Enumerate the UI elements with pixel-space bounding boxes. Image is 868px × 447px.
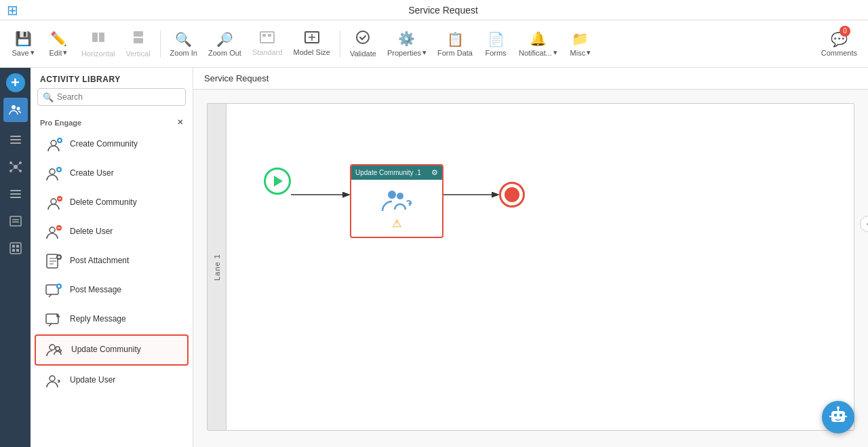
svg-point-10 [16,107,20,111]
activity-item-delete-user[interactable]: Delete User [35,218,189,246]
delete-user-label: Delete User [70,227,113,237]
activity-node-header: Update Community .1 ⚙ [351,166,442,180]
save-button[interactable]: 💾 Save ▾ [7,24,39,64]
save-icon: 💾 [15,31,32,47]
canvas[interactable]: Lane 1 [193,90,868,444]
svg-rect-27 [12,219,19,220]
model-size-button[interactable]: Model Size [290,24,334,64]
activity-item-post-attachment[interactable]: Post Attachment [35,247,189,275]
svg-rect-5 [262,34,266,37]
sidebar-community-icon[interactable] [3,98,28,122]
zoom-out-button[interactable]: 🔍 Zoom Out [204,24,245,64]
svg-rect-25 [10,197,21,198]
topbar: ⊞ Service Request [0,0,868,20]
form-data-button[interactable]: 📋 Form Data [433,24,477,64]
vertical-button[interactable]: Vertical [122,24,155,64]
svg-point-34 [51,140,56,146]
svg-rect-1 [99,33,104,42]
validate-icon [355,30,370,48]
activity-item-update-community[interactable]: Update Community [35,334,189,366]
svg-point-64 [397,193,403,199]
search-icon: 🔍 [43,92,54,102]
start-node[interactable] [264,168,291,195]
create-community-icon [44,135,63,154]
collapse-icon: ✕ [177,118,183,127]
separator-1 [160,31,161,58]
svg-rect-2 [134,31,143,37]
sidebar-list1-icon[interactable] [3,128,28,152]
activity-item-update-user[interactable]: Update User [35,366,189,395]
post-attachment-icon [44,252,63,271]
svg-point-38 [50,169,55,174]
misc-button[interactable]: 📁 Misc ▾ [564,24,597,64]
activity-item-create-user[interactable]: Create User [35,159,189,188]
app-logo: ⊞ [7,2,18,18]
topbar-title: Service Request [25,5,861,16]
forms-button[interactable]: 📄 Forms [479,24,512,64]
notifications-icon: 🔔 [530,31,547,47]
canvas-area: Service Request Lane 1 [193,68,868,447]
end-node[interactable] [499,182,525,208]
warning-icon: ⚠ [392,218,401,229]
svg-rect-30 [12,245,15,248]
chatbot-button[interactable] [822,401,854,433]
sidebar-form-icon[interactable] [3,236,28,260]
validate-button[interactable]: Validate [346,24,380,64]
comments-button[interactable]: 💬 0 Comments [817,24,861,64]
activity-item-delete-community[interactable]: Delete Community [35,189,189,217]
notifications-button[interactable]: 🔔 Notificat... ▾ [515,24,561,64]
sidebar-nodes-icon[interactable] [3,155,28,179]
activity-item-create-community[interactable]: Create Community [35,130,189,159]
svg-point-58 [50,345,55,350]
edit-button[interactable]: ✏️ Edit ▾ [42,24,75,64]
svg-point-8 [357,31,369,43]
standard-icon [260,31,275,47]
horizontal-button[interactable]: Horizontal [77,24,119,64]
standard-button[interactable]: Standard [248,24,287,64]
activity-node-gear[interactable]: ⚙ [431,168,438,177]
zoom-in-button[interactable]: 🔍 Zoom In [166,24,201,64]
svg-point-42 [51,199,56,204]
svg-rect-33 [16,249,19,252]
community-node-icon [380,187,414,214]
activity-item-reply-message[interactable]: Reply Message [35,305,189,334]
model-size-icon [304,31,319,47]
icon-sidebar: + [0,68,31,447]
delete-user-icon [44,222,63,241]
flow-container: Update Community .1 ⚙ [226,104,854,430]
svg-rect-26 [10,216,21,226]
forms-icon: 📄 [488,31,505,47]
lane-label: Lane 1 [213,254,221,281]
node-icon-container [380,187,414,216]
properties-button[interactable]: ⚙️ Properties ▾ [383,24,431,64]
sidebar-list3-icon[interactable] [3,209,28,233]
svg-rect-4 [260,32,274,43]
delete-community-label: Delete Community [70,197,137,208]
swim-lane: Lane 1 [207,103,854,431]
activity-node-title: Update Community .1 [355,169,421,176]
chatbot-icon [829,406,848,429]
search-input[interactable] [37,88,186,106]
svg-rect-6 [268,34,271,37]
add-button[interactable]: + [6,73,25,92]
svg-point-63 [388,191,396,199]
activity-item-post-message[interactable]: Post Message [35,276,189,305]
activity-list: Pro Engage ✕ Create Community [31,111,193,447]
update-community-node[interactable]: Update Community .1 ⚙ [350,164,443,238]
misc-icon: 📁 [572,31,589,47]
section-header-pro-engage[interactable]: Pro Engage ✕ [31,114,193,130]
post-message-label: Post Message [70,285,121,296]
sidebar-list2-icon[interactable] [3,182,28,206]
activity-library-panel: ACTIVITY LIBRARY 🔍 Pro Engage ✕ [31,68,193,447]
reply-message-label: Reply Message [70,314,126,325]
post-message-icon [44,281,63,300]
main-layout: + ACTIVITY LIBRARY 🔍 Pro Eng [0,68,868,447]
post-attachment-label: Post Attachment [70,256,129,267]
svg-line-19 [11,163,16,167]
svg-rect-28 [12,222,19,223]
properties-icon: ⚙️ [398,31,415,47]
update-community-label: Update Community [71,345,141,355]
update-user-label: Update User [70,375,115,386]
vertical-icon [131,30,146,48]
start-inner [274,176,283,187]
